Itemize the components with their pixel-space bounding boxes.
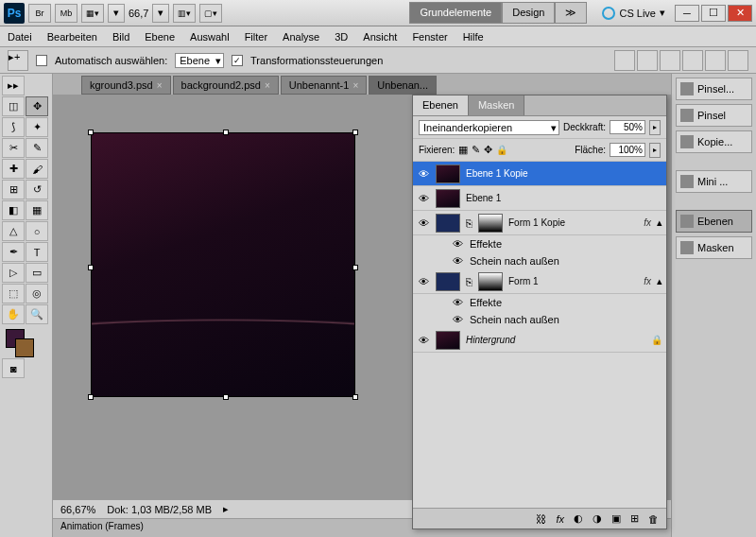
layer-row[interactable]: 👁 ⎘ Form 1 fx▴ — [413, 269, 666, 294]
menu-fenster[interactable]: Fenster — [412, 31, 447, 43]
move-tool[interactable]: ✥ — [26, 96, 48, 116]
background-swatch[interactable] — [15, 338, 34, 357]
cslive-button[interactable]: CS Live ▾ — [596, 7, 671, 20]
visibility-icon[interactable]: 👁 — [417, 217, 430, 230]
dock-kopie[interactable]: Kopie... — [676, 130, 752, 153]
toolbox-collapse[interactable]: ▸▸ — [2, 76, 25, 95]
transform-handle[interactable] — [88, 265, 94, 270]
hand-tool[interactable]: ✋ — [2, 304, 25, 324]
mask-thumb[interactable] — [478, 272, 503, 291]
visibility-icon[interactable]: 👁 — [417, 167, 430, 181]
opacity-flyout[interactable]: ▸ — [649, 120, 661, 135]
chevron-up-icon[interactable]: ▴ — [657, 275, 662, 287]
doctab-1[interactable]: kground3.psd× — [81, 76, 171, 95]
layer-row[interactable]: 👁 ⎘ Form 1 Kopie fx▴ — [413, 211, 666, 235]
type-tool[interactable]: T — [26, 242, 48, 262]
workspace-more[interactable]: ≫ — [555, 2, 587, 24]
heal-tool[interactable]: ✚ — [2, 159, 25, 179]
delete-layer-icon[interactable]: 🗑 — [648, 513, 659, 525]
blend-mode-select[interactable]: Ineinanderkopieren — [419, 120, 559, 135]
align-4[interactable] — [682, 50, 703, 71]
maximize-button[interactable]: ☐ — [701, 5, 726, 22]
layer-row[interactable]: 👁 Ebene 1 Kopie — [413, 162, 666, 186]
canvas[interactable] — [91, 132, 355, 397]
transform-handle[interactable] — [352, 130, 358, 135]
bridge-button[interactable]: Br — [28, 4, 51, 23]
doc-info[interactable]: Dok: 1,03 MB/2,58 MB — [107, 504, 212, 515]
transform-handle[interactable] — [223, 394, 229, 400]
effect-outer-glow[interactable]: 👁Schein nach außen — [413, 311, 666, 328]
menu-datei[interactable]: Datei — [8, 31, 32, 43]
vector-link-icon[interactable]: ⎘ — [466, 276, 472, 287]
fx-badge[interactable]: fx — [644, 217, 651, 228]
brush-tool[interactable]: 🖌 — [26, 159, 48, 179]
fill-input[interactable] — [610, 143, 645, 157]
minibridge-button[interactable]: Mb — [55, 4, 77, 23]
layer-style-icon[interactable]: fx — [556, 513, 564, 525]
chevron-up-icon[interactable]: ▴ — [657, 217, 662, 229]
3d-camera-tool[interactable]: ◎ — [26, 284, 48, 303]
align-6[interactable] — [728, 50, 748, 71]
doctab-3[interactable]: Unbenannt-1× — [281, 76, 367, 95]
lock-all-icon[interactable]: 🔒 — [496, 145, 507, 155]
eyedropper-tool[interactable]: ✎ — [26, 138, 48, 158]
layer-mask-icon[interactable]: ◐ — [574, 512, 583, 525]
autoselect-dropdown[interactable]: Ebene — [175, 53, 224, 68]
effect-outer-glow[interactable]: 👁Schein nach außen — [413, 252, 666, 269]
workspace-design[interactable]: Design — [502, 2, 555, 24]
zoom-dropdown-arrow[interactable]: ▾ — [108, 4, 125, 23]
visibility-icon[interactable]: 👁 — [417, 334, 430, 347]
lock-brush-icon[interactable]: ✎ — [472, 144, 480, 156]
menu-analyse[interactable]: Analyse — [283, 31, 319, 43]
new-layer-icon[interactable]: ⊞ — [630, 512, 639, 525]
layer-thumb[interactable] — [436, 189, 460, 208]
vector-link-icon[interactable]: ⎘ — [466, 217, 472, 229]
visibility-icon[interactable]: 👁 — [451, 313, 464, 326]
visibility-icon[interactable]: 👁 — [451, 237, 464, 251]
pen-tool[interactable]: ✒ — [2, 242, 25, 262]
menu-bearbeiten[interactable]: Bearbeiten — [47, 31, 97, 43]
gradient-tool[interactable]: ▦ — [26, 200, 48, 220]
visibility-icon[interactable]: 👁 — [451, 296, 464, 309]
layer-row[interactable]: 👁 Hintergrund 🔒 — [413, 328, 666, 353]
transform-handle[interactable] — [223, 130, 229, 135]
layer-thumb[interactable] — [436, 272, 460, 291]
transform-handle[interactable] — [352, 265, 358, 270]
zoom-tool[interactable]: 🔍 — [26, 304, 48, 324]
screenmode-button[interactable]: ▢▾ — [199, 4, 222, 23]
dock-pinsel[interactable]: Pinsel — [676, 104, 752, 127]
arrange-button[interactable]: ▥▾ — [173, 4, 196, 23]
dock-pinsel-presets[interactable]: Pinsel... — [676, 78, 752, 100]
lock-pixels-icon[interactable]: ▦ — [458, 144, 468, 156]
stamp-tool[interactable]: ⊞ — [2, 180, 25, 199]
transform-handle[interactable] — [88, 394, 94, 400]
menu-bild[interactable]: Bild — [112, 31, 129, 43]
doctab-2[interactable]: background2.psd× — [173, 76, 279, 95]
adjustment-layer-icon[interactable]: ◑ — [593, 512, 602, 525]
zoom-arrow[interactable]: ▾ — [152, 4, 169, 23]
shape-tool[interactable]: ▭ — [26, 263, 48, 283]
tab-masken[interactable]: Masken — [469, 95, 525, 115]
path-tool[interactable]: ▷ — [2, 263, 25, 283]
tab-ebenen[interactable]: Ebenen — [413, 95, 469, 115]
link-layers-icon[interactable]: ⛓ — [536, 513, 546, 525]
transform-handle[interactable] — [88, 130, 94, 135]
group-icon[interactable]: ▣ — [611, 512, 621, 525]
menu-filter[interactable]: Filter — [245, 31, 267, 43]
layer-thumb[interactable] — [436, 331, 460, 350]
layer-thumb[interactable] — [436, 214, 460, 233]
menu-auswahl[interactable]: Auswahl — [190, 31, 230, 43]
transform-handle[interactable] — [352, 394, 358, 400]
crop-tool[interactable]: ✂ — [2, 138, 25, 158]
lasso-tool[interactable]: ⟆ — [2, 117, 25, 137]
quickmask-button[interactable]: ◙ — [2, 358, 25, 378]
workspace-essentials[interactable]: Grundelemente — [409, 2, 502, 24]
autoselect-checkbox[interactable] — [36, 55, 47, 66]
doctab-4[interactable]: Unbenan... — [369, 76, 437, 95]
dock-ebenen[interactable]: Ebenen — [676, 210, 752, 233]
close-icon[interactable]: × — [265, 80, 270, 91]
3d-tool[interactable]: ⬚ — [2, 284, 25, 303]
history-brush-tool[interactable]: ↺ — [26, 180, 48, 199]
close-icon[interactable]: × — [157, 80, 163, 91]
eraser-tool[interactable]: ◧ — [2, 200, 25, 220]
